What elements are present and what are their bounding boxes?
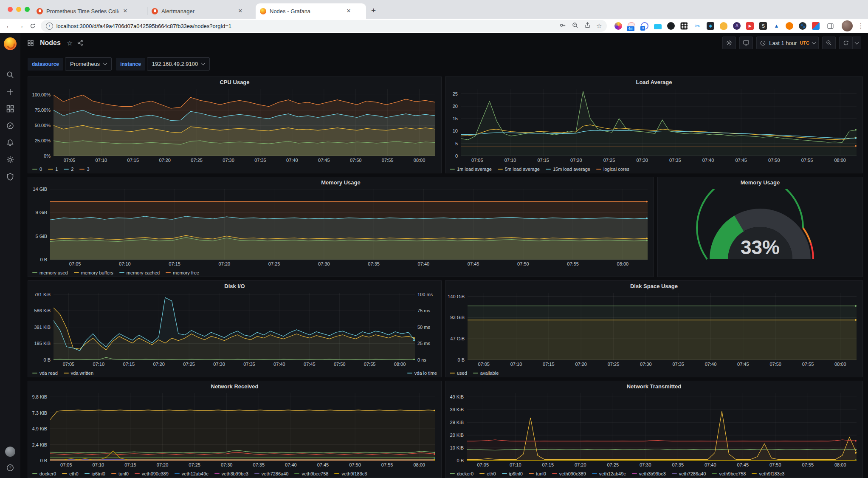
browser-profile-avatar[interactable] — [842, 20, 853, 31]
variable-dropdown-datasource[interactable]: Prometheus — [65, 57, 112, 71]
legend-item[interactable]: 2 — [64, 167, 73, 172]
browser-menu-icon[interactable]: ⋮ — [857, 22, 865, 30]
kettle-ext-icon[interactable]: 4m — [628, 22, 635, 30]
legend-item[interactable]: 5m load average — [498, 167, 540, 172]
favorite-star-icon[interactable]: ☆ — [67, 39, 73, 47]
chart-plot-area[interactable] — [461, 89, 857, 156]
sync-ext-icon[interactable]: 0 — [641, 22, 648, 30]
chart-plot-area[interactable] — [54, 293, 415, 360]
explore-compass-icon[interactable] — [6, 122, 14, 130]
share-dashboard-icon[interactable] — [77, 40, 84, 46]
purple-a-ext-icon[interactable]: A — [733, 22, 741, 30]
create-plus-icon[interactable] — [6, 88, 14, 96]
legend-item[interactable]: vda read — [32, 371, 58, 376]
panel-title[interactable]: Memory Usage — [658, 177, 862, 188]
tab-prometheus[interactable]: Prometheus Time Series Collec ✕ — [32, 3, 147, 19]
legend-item[interactable]: veth090c389 — [135, 471, 169, 476]
mountain-ext-icon[interactable]: ▲ — [772, 22, 780, 30]
legend-item[interactable]: veth3b99bc3 — [632, 471, 666, 476]
legend-item[interactable]: vda written — [64, 371, 93, 376]
chart-plot-area[interactable] — [54, 89, 435, 156]
chart-plot-area[interactable] — [467, 393, 857, 461]
legend-item[interactable]: 15m load average — [546, 167, 590, 172]
legend-item[interactable]: eth0 — [479, 471, 496, 476]
legend-item[interactable]: veth12ab49c — [175, 471, 209, 476]
orange-ext-icon[interactable] — [786, 22, 793, 30]
search-icon[interactable] — [6, 71, 14, 79]
address-bar[interactable]: i localhost:3000/d/fa49a4706d07a042595b6… — [41, 20, 607, 32]
qr-ext-icon[interactable] — [680, 22, 688, 30]
legend-item[interactable]: veth090c389 — [552, 471, 586, 476]
legend-item[interactable]: veth9bec758 — [294, 471, 328, 476]
paw-ext-icon[interactable]: 🐾 — [799, 22, 806, 30]
legend-item[interactable]: memory buffers — [74, 270, 113, 275]
legend-item[interactable]: veth9f183c3 — [752, 471, 784, 476]
filter-lines-ext-icon[interactable] — [654, 24, 662, 29]
scissors-ext-icon[interactable]: ✂ — [693, 22, 701, 30]
new-tab-button[interactable]: + — [371, 6, 376, 15]
help-icon[interactable]: ? — [6, 464, 14, 472]
dashboards-icon[interactable] — [6, 105, 14, 113]
side-panel-icon[interactable] — [825, 20, 836, 31]
chart-plot-area[interactable] — [50, 393, 435, 461]
legend-item[interactable]: memory used — [32, 270, 68, 275]
legend-item[interactable]: tunl0 — [111, 471, 129, 476]
panel-title[interactable]: Disk I/O — [28, 281, 441, 292]
configuration-gear-icon[interactable] — [6, 156, 14, 164]
legend-item[interactable]: docker0 — [450, 471, 473, 476]
legend-item[interactable]: used — [450, 371, 467, 376]
tab-grafana-active[interactable]: Nodes - Grafana ✕ — [256, 3, 366, 19]
legend-item[interactable]: veth12ab49c — [592, 471, 626, 476]
chart-plot-area[interactable] — [468, 293, 857, 360]
zoom-out-time-button[interactable] — [822, 37, 836, 49]
panel-title[interactable]: Memory Usage — [28, 177, 654, 188]
minimize-window-button[interactable] — [16, 7, 21, 12]
password-key-icon[interactable] — [559, 22, 566, 30]
server-admin-shield-icon[interactable] — [6, 173, 14, 181]
video-ext-icon[interactable]: ▶ — [746, 22, 754, 30]
legend-item[interactable]: docker0 — [32, 471, 56, 476]
site-info-icon[interactable]: i — [46, 23, 53, 30]
legend-item[interactable]: tunl0 — [529, 471, 546, 476]
user-avatar[interactable] — [5, 447, 15, 457]
forward-icon[interactable]: → — [15, 20, 26, 31]
maximize-window-button[interactable] — [25, 7, 30, 12]
close-window-button[interactable] — [8, 7, 13, 12]
dashboard-title[interactable]: Nodes — [40, 39, 61, 47]
legend-item[interactable]: ip6tnl0 — [85, 471, 105, 476]
reload-icon[interactable] — [27, 20, 38, 31]
s-ext-icon[interactable]: S — [759, 22, 767, 30]
cycle-view-mode-button[interactable] — [739, 37, 753, 49]
legend-item[interactable]: vda io time — [407, 371, 437, 376]
refresh-interval-dropdown[interactable] — [853, 37, 861, 49]
variable-dropdown-instance[interactable]: 192.168.49.2:9100 — [147, 57, 210, 71]
legend-item[interactable]: available — [473, 371, 499, 376]
zoom-icon[interactable] — [572, 22, 579, 30]
bookmark-star-icon[interactable]: ☆ — [596, 22, 602, 30]
legend-item[interactable]: 3 — [79, 167, 89, 172]
share-icon[interactable] — [584, 22, 591, 30]
refresh-dashboard-button[interactable] — [839, 37, 853, 49]
dashboard-settings-button[interactable] — [722, 37, 736, 49]
legend-item[interactable]: 0 — [32, 167, 42, 172]
time-range-picker[interactable]: Last 1 hour UTC — [756, 37, 819, 49]
legend-item[interactable]: memory free — [166, 270, 199, 275]
cat-ext-icon[interactable] — [720, 22, 727, 30]
pin-ext-icon[interactable] — [812, 22, 820, 30]
legend-item[interactable]: veth7286a40 — [254, 471, 289, 476]
tab-alertmanager[interactable]: Alertmanager ✕ — [147, 3, 256, 19]
legend-item[interactable]: 1m load average — [450, 167, 492, 172]
legend-item[interactable]: memory cached — [119, 270, 160, 275]
grafana-logo[interactable] — [4, 37, 17, 50]
legend-item[interactable]: veth3b99bc3 — [214, 471, 248, 476]
panel-title[interactable]: Network Received — [28, 381, 441, 392]
alerting-bell-icon[interactable] — [6, 139, 14, 147]
legend-item[interactable]: veth9bec758 — [712, 471, 746, 476]
legend-item[interactable]: logical cores — [596, 167, 629, 172]
back-icon[interactable]: ← — [3, 20, 14, 31]
panel-title[interactable]: Load Average — [445, 77, 862, 88]
panel-title[interactable]: Network Transmitted — [445, 381, 862, 392]
close-tab-icon[interactable]: ✕ — [122, 8, 129, 14]
legend-item[interactable]: veth9f183c3 — [334, 471, 367, 476]
close-tab-icon[interactable]: ✕ — [237, 8, 244, 14]
